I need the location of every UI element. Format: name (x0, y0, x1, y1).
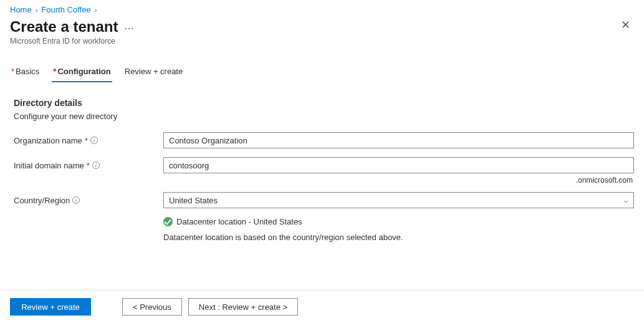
chevron-down-icon: ⌵ (624, 196, 628, 205)
required-star-icon: * (87, 161, 90, 170)
page-subtitle: Microsoft Entra ID for workforce (10, 37, 134, 46)
datacenter-location: Datacenter location - United States (176, 217, 302, 226)
tab-label: Review + create (125, 67, 183, 76)
domain-suffix: .onmicrosoft.com (576, 176, 633, 185)
section-heading: Directory details (14, 98, 634, 108)
tab-label: Configuration (57, 67, 110, 76)
section-description: Configure your new directory (14, 112, 634, 121)
breadcrumb-parent[interactable]: Fourth Coffee (41, 5, 90, 14)
label-text: Country/Region (14, 196, 70, 205)
chevron-right-icon: › (36, 6, 38, 14)
checkmark-icon (163, 217, 173, 226)
info-icon[interactable]: i (90, 137, 98, 144)
close-icon[interactable]: ✕ (617, 17, 634, 33)
country-value: United States (169, 196, 218, 205)
org-name-label: Organization name * i (10, 136, 163, 145)
required-star-icon: * (11, 67, 14, 76)
label-text: Initial domain name (14, 161, 84, 170)
breadcrumb: Home › Fourth Coffee › (10, 5, 634, 14)
country-select[interactable]: United States ⌵ (163, 192, 634, 208)
label-text: Organization name (14, 136, 82, 145)
domain-name-label: Initial domain name * i (10, 161, 163, 170)
tab-label: Basics (16, 67, 39, 76)
required-star-icon: * (85, 136, 88, 145)
breadcrumb-home[interactable]: Home (10, 5, 32, 14)
datacenter-note: Datacenter location is based on the coun… (163, 233, 634, 242)
tabs: *Basics *Configuration Review + create (10, 63, 634, 83)
page-title: Create a tenant (10, 18, 118, 36)
info-icon[interactable]: i (72, 196, 80, 204)
country-label: Country/Region i (10, 196, 163, 205)
tab-review-create[interactable]: Review + create (123, 63, 185, 82)
chevron-right-icon: › (95, 6, 97, 14)
tab-basics[interactable]: *Basics (10, 63, 41, 82)
org-name-input[interactable] (163, 132, 634, 148)
domain-name-input[interactable] (163, 157, 634, 173)
info-icon[interactable]: i (92, 162, 100, 169)
tab-configuration[interactable]: *Configuration (52, 63, 112, 82)
required-star-icon: * (53, 67, 56, 76)
more-icon[interactable]: ⋯ (124, 19, 134, 34)
